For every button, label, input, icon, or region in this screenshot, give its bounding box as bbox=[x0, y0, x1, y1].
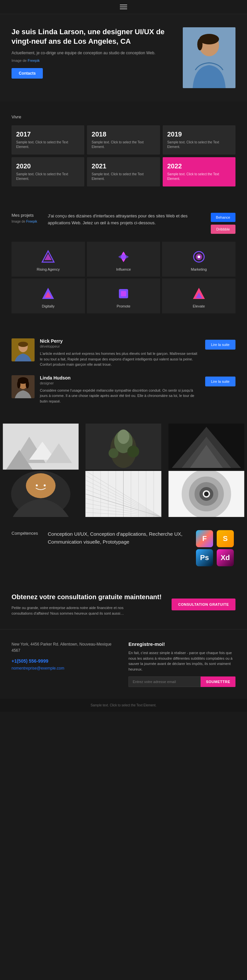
projects-header: Mes projets Image de Freepik J'ai conçu … bbox=[11, 213, 236, 234]
projects-text: J'ai conçu des dizaines d'interfaces att… bbox=[48, 213, 204, 227]
portfolio-rising-agency[interactable]: Rising Agency bbox=[11, 242, 85, 277]
gallery-item-2[interactable] bbox=[83, 423, 164, 469]
bottom-bar: Sample text. Click to select the Text El… bbox=[0, 699, 247, 712]
ps-icon-label: Ps bbox=[200, 554, 209, 562]
rising-agency-logo bbox=[41, 250, 55, 264]
sketch-icon-label: S bbox=[223, 535, 228, 543]
year-card-2018[interactable]: 2018 Sample text. Click to select the Te… bbox=[87, 125, 160, 154]
dribbble-button[interactable]: Dribbble bbox=[211, 224, 236, 234]
nick-avatar bbox=[11, 338, 35, 361]
nick-read-more[interactable]: Lire la suite bbox=[205, 340, 236, 350]
figma-icon-box[interactable]: F bbox=[196, 530, 213, 547]
hamburger-line-1 bbox=[120, 5, 127, 5]
year-card-2022[interactable]: 2022 Sample text. Click to select the Te… bbox=[163, 157, 236, 186]
behance-button[interactable]: Behance bbox=[211, 213, 236, 222]
portfolio-promote[interactable]: Promote bbox=[87, 278, 160, 313]
portfolio-grid: Rising Agency Influence Marketing bbox=[11, 242, 236, 313]
hero-image bbox=[183, 27, 236, 88]
newsletter-title: Enregistre-moi! bbox=[128, 641, 236, 647]
skills-center: Conception UI/UX, Conception d'applicati… bbox=[48, 530, 189, 566]
year-card-2017[interactable]: 2017 Sample text. Click to select the Te… bbox=[11, 125, 84, 154]
marketing-logo bbox=[192, 250, 206, 264]
linda-bio: Considère comme l'usage expédié mélancol… bbox=[40, 388, 200, 404]
portfolio-marketing[interactable]: Marketing bbox=[162, 242, 236, 277]
year-2021-text: Sample text. Click to select the Text El… bbox=[91, 172, 155, 181]
portfolio-influence[interactable]: Influence bbox=[87, 242, 160, 277]
projects-credit-link[interactable]: Freepik bbox=[26, 220, 37, 223]
hero-description: Actuellement, je co-dirige une équipe de… bbox=[11, 50, 173, 56]
hamburger-line-3 bbox=[120, 8, 127, 9]
marketing-name: Marketing bbox=[191, 267, 207, 271]
gallery-item-6[interactable] bbox=[166, 471, 247, 517]
svg-point-40 bbox=[26, 473, 56, 498]
submit-button[interactable]: SOUMETTRE bbox=[200, 676, 236, 687]
projects-section: Mes projets Image de Freepik J'ai conçu … bbox=[0, 200, 247, 326]
promote-logo bbox=[116, 286, 131, 301]
contacts-button[interactable]: Contacts bbox=[11, 68, 43, 79]
year-2022: 2022 bbox=[167, 162, 231, 170]
svg-rect-12 bbox=[121, 291, 126, 296]
gallery-item-3[interactable] bbox=[166, 423, 247, 469]
svg-point-3 bbox=[197, 38, 202, 50]
svg-point-22 bbox=[26, 380, 29, 388]
year-card-2020[interactable]: 2020 Sample text. Click to select the Te… bbox=[11, 157, 84, 186]
year-grid: 2017 Sample text. Click to select the Te… bbox=[11, 125, 236, 186]
cta-text-block: Obtenez votre consultation gratuite main… bbox=[11, 593, 165, 616]
photoshop-icon-box[interactable]: Ps bbox=[196, 549, 213, 566]
nick-info: Nick Perry développeur L'article evident… bbox=[40, 338, 200, 368]
hero-credit-link[interactable]: Freepik bbox=[28, 59, 40, 62]
skills-section: Compétences Conception UI/UX, Conception… bbox=[0, 517, 247, 579]
menu-toggle[interactable] bbox=[120, 5, 127, 9]
bottom-text: Sample text. Click to select the Text El… bbox=[11, 703, 236, 707]
xd-icon-label: Xd bbox=[221, 554, 230, 562]
projects-credit: Image de Freepik bbox=[11, 220, 41, 223]
cta-title: Obtenez votre consultation gratuite main… bbox=[11, 593, 165, 601]
cta-button[interactable]: CONSULTATION GRATUITE bbox=[172, 598, 236, 610]
figma-icon-label: F bbox=[202, 535, 207, 543]
hamburger-line-2 bbox=[120, 6, 127, 7]
portfolio-elevate[interactable]: Elevate bbox=[162, 278, 236, 313]
portfolio-digitally[interactable]: Digitally bbox=[11, 278, 85, 313]
projects-description: J'ai conçu des dizaines d'interfaces att… bbox=[48, 213, 204, 227]
year-2017-text: Sample text. Click to select the Text El… bbox=[16, 140, 80, 149]
footer-newsletter: Enregistre-moi! En fait, c'est assez sim… bbox=[128, 641, 236, 687]
elevate-logo bbox=[192, 286, 206, 301]
footer-section: New York, 4456 Parker Rd. Allentown, Nou… bbox=[0, 629, 247, 699]
influence-name: Influence bbox=[116, 267, 131, 271]
xd-icon-box[interactable]: Xd bbox=[217, 549, 234, 566]
promote-name: Promote bbox=[117, 304, 130, 308]
vivre-section: Vivre 2017 Sample text. Click to select … bbox=[0, 101, 247, 200]
gallery-grid bbox=[0, 423, 247, 517]
gallery-item-1[interactable] bbox=[0, 423, 81, 469]
gallery-item-4[interactable] bbox=[0, 471, 81, 517]
skills-icons: F S Ps Xd bbox=[196, 530, 236, 566]
footer-address: New York, 4456 Parker Rd. Allentown, Nou… bbox=[11, 641, 119, 654]
svg-point-8 bbox=[197, 256, 200, 258]
year-2020: 2020 bbox=[16, 162, 80, 170]
email-input[interactable] bbox=[128, 676, 200, 687]
year-2022-text: Sample text. Click to select the Text El… bbox=[167, 172, 231, 181]
year-2019-text: Sample text. Click to select the Text El… bbox=[167, 140, 231, 149]
hero-title: Je suis Linda Larson, une designer UI/UX… bbox=[11, 27, 173, 46]
year-card-2021[interactable]: 2021 Sample text. Click to select the Te… bbox=[87, 157, 160, 186]
skills-left: Compétences bbox=[11, 530, 41, 566]
cta-row: Obtenez votre consultation gratuite main… bbox=[11, 593, 236, 616]
team-member-linda: Linda Hudson designer Considère comme l'… bbox=[11, 375, 236, 404]
hero-image-credit: Image de Freepik bbox=[11, 58, 173, 64]
year-2017: 2017 bbox=[16, 130, 80, 138]
gallery-item-5[interactable] bbox=[83, 471, 164, 517]
linda-name: Linda Hudson bbox=[40, 375, 200, 380]
year-card-2019[interactable]: 2019 Sample text. Click to select the Te… bbox=[163, 125, 236, 154]
svg-point-17 bbox=[18, 342, 28, 347]
linda-read-more[interactable]: Lire la suite bbox=[205, 377, 236, 387]
team-member-nick: Nick Perry développeur L'article evident… bbox=[11, 338, 236, 368]
site-header bbox=[0, 0, 247, 14]
sketch-icon-box[interactable]: S bbox=[217, 530, 234, 547]
year-2018-text: Sample text. Click to select the Text El… bbox=[91, 140, 155, 149]
footer-phone[interactable]: +1(505) 556-9999 bbox=[11, 659, 119, 663]
vivre-label: Vivre bbox=[11, 115, 236, 119]
footer-email[interactable]: nomentreprise@exemple.com bbox=[11, 666, 64, 671]
cta-section: Obtenez votre consultation gratuite main… bbox=[0, 579, 247, 629]
nick-name: Nick Perry bbox=[40, 338, 200, 344]
svg-marker-5 bbox=[45, 253, 52, 260]
